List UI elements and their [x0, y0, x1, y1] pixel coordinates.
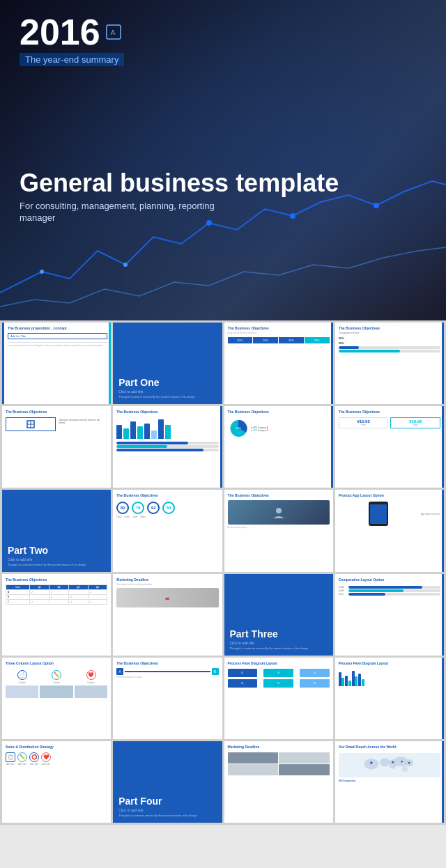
pie-legend: ■ 46% Category A ■ 54% Category B	[252, 426, 269, 432]
bar-chart-1	[116, 418, 218, 439]
world-map-visual	[339, 753, 440, 777]
person-thumb-1	[6, 685, 38, 698]
sales-icon-3: ⭕ Add Title	[29, 752, 39, 766]
slide-three-col[interactable]: Three Column Layout Option 📄 Column ✏️ C…	[2, 658, 111, 739]
part-two-click: Click to add title	[8, 557, 105, 561]
svg-point-23	[408, 762, 410, 764]
slide-world-map[interactable]: Our Retail Reach Across the World 20 Cou…	[335, 741, 444, 823]
hero-subtitle: The year-end summary	[20, 53, 124, 66]
part-two-label: Part Two	[8, 545, 105, 556]
svg-point-22	[401, 761, 403, 763]
svg-point-2	[374, 203, 379, 208]
circle-numbers: 82 76 92 54	[116, 502, 218, 514]
slide-objectives-4[interactable]: The Business Objectives	[113, 406, 222, 488]
slide-objectives-1[interactable]: The Business Objectives Body text conten…	[224, 323, 333, 404]
stat-box-2: 20%	[253, 337, 278, 343]
stat-box-3: 20%	[279, 337, 304, 343]
hero-section: 2016 The year-end summary General busine…	[0, 0, 446, 320]
slide-1-title: The Business proposition , concept	[8, 326, 107, 330]
slide-sales-dist[interactable]: Sales & Distribution Strategy 📋 Add Titl…	[2, 741, 111, 823]
progress-label-2: 60%	[339, 341, 440, 345]
comparative-bars: Cat A Cat B Cat C	[339, 585, 440, 596]
slide-objectives-icons[interactable]: The Business Objectives A B Process desc…	[113, 658, 222, 739]
slide-14-body: Description text for marketing deadline	[116, 583, 218, 586]
slide-12-title: Product App Layout Option	[339, 493, 440, 497]
progress-label-1: 20%	[339, 336, 440, 340]
slide-product-app[interactable]: Product App Layout Option App features l…	[335, 490, 444, 571]
svg-point-21	[392, 761, 394, 764]
part-three-desc: Thought to customer service fly the sacr…	[230, 646, 328, 650]
slide-person[interactable]: The Business Objectives Business descrip…	[224, 490, 333, 571]
grid-text-1: Objectives description and key points fo…	[57, 417, 107, 431]
slide-table-2[interactable]: The Business Objectives ItemQ1Q2Q3Q4 A✓✓…	[2, 574, 111, 656]
progress-bar-2	[339, 350, 440, 352]
slide-part-four[interactable]: Part Four Click to add title Thought to …	[113, 741, 222, 823]
slide-flow-1[interactable]: Process Flow Diagram Layout 01 → 02 → 03…	[224, 658, 333, 739]
slide-objectives-2[interactable]: The Business Objectives Comparative over…	[335, 323, 444, 404]
flow-row-1: 01 → 02 → 03	[228, 669, 330, 677]
hero-description: For consulting, management, planning, re…	[20, 201, 339, 211]
slide-11-title: The Business Objectives	[228, 493, 330, 497]
part-three-label: Part Three	[230, 628, 328, 640]
pen-icon	[106, 24, 121, 40]
svg-point-20	[370, 761, 373, 764]
hero-main-title: General business template	[20, 169, 339, 198]
slide-pie[interactable]: The Business Objectives 54% ■ 46% Catego…	[224, 406, 333, 488]
slide-part-three[interactable]: Part Three Click to add title Thought to…	[224, 574, 333, 656]
slide-13-title: The Business Objectives	[6, 578, 107, 582]
add-title-btn: Add the Title	[8, 333, 107, 339]
slide-4-title: The Business Objectives	[339, 326, 440, 330]
person-thumb-2	[40, 685, 72, 698]
col-2: ✏️ Column	[40, 669, 72, 684]
slide-18-title: The Business Objectives	[116, 661, 218, 665]
slide-10-title: The Business Objectives	[116, 493, 218, 497]
progress-bar-1	[339, 346, 440, 349]
slide-16-title: Comparative Layout Option	[339, 578, 440, 582]
slide-8-title: The Business Objectives	[339, 410, 440, 414]
circle-labels: LabelLabelLabelLabel	[116, 516, 218, 518]
slide-3-title: The Business Objectives	[228, 326, 330, 330]
slide-price[interactable]: The Business Objectives ¥15.95 Price ¥30…	[335, 406, 444, 488]
slide-part-two[interactable]: Part Two Click to add title Thought to c…	[2, 490, 111, 571]
slide-flow-2[interactable]: Process Flow Diagram Layout	[335, 658, 444, 739]
svg-point-13	[276, 508, 282, 513]
grid-cell-1	[6, 417, 56, 431]
svg-point-15	[380, 758, 390, 766]
svg-text:54%: 54%	[236, 426, 241, 430]
world-stat: 20 Countries	[339, 779, 440, 782]
part-one-desc: Thought to present service/fly the sacre…	[118, 395, 216, 398]
col-1: 📄 Column	[6, 669, 38, 684]
hero-title-block: General business template For consulting…	[20, 169, 339, 223]
photo-grid	[228, 752, 330, 775]
tablet-image	[369, 502, 388, 526]
slide-14-title: Marketing Deadline	[116, 578, 218, 582]
flow-row-2: 04 → 05 → 06	[228, 679, 330, 688]
slide-4-body: Comparative overview	[339, 332, 440, 334]
part-four-desc: Thought to customer service fly the sacr…	[118, 814, 216, 817]
part-one-click: Click to add title	[118, 389, 216, 394]
part-three-click: Click to add title	[230, 641, 328, 645]
slides-grid: The Business proposition , concept Add t…	[0, 320, 446, 825]
vert-bar-chart	[339, 669, 440, 686]
slide-3-body: Body text content for objectives	[228, 332, 330, 334]
slide-objectives-3[interactable]: The Business Objectives Objectives descr…	[2, 406, 111, 488]
person-image	[228, 500, 330, 525]
slide-20-title: Process Flow Diagram Layout	[339, 661, 440, 665]
slide-marketing[interactable]: Marketing Deadline Description text for …	[113, 574, 222, 656]
stat-box-4: 20%	[305, 337, 330, 343]
car-image: 🚗	[116, 588, 218, 607]
slide-17-title: Three Column Layout Option	[6, 661, 107, 665]
hero-content: 2016 The year-end summary	[20, 14, 124, 66]
price-cards: ¥15.95 Price ¥30.89 Price	[339, 417, 440, 428]
slide-comparative[interactable]: Comparative Layout Option Cat A Cat B Ca…	[335, 574, 444, 656]
slide-11-caption: Business description	[228, 526, 330, 529]
part-two-desc: Thought to customer service fly the sacr…	[8, 563, 105, 566]
slide-circle-nums[interactable]: The Business Objectives 82 76 92 54 Labe…	[113, 490, 222, 571]
slide-marketing-2[interactable]: Marketing Deadline	[224, 741, 333, 823]
slide-7-title: The Business Objectives	[228, 410, 330, 414]
tablet-desc: App features list here	[421, 513, 440, 516]
slide-part-one[interactable]: Part One Click to add title Thought to p…	[113, 323, 222, 404]
slide-concept[interactable]: The Business proposition , concept Add t…	[2, 323, 111, 404]
h-bars	[116, 441, 218, 452]
slide-6-title: The Business Objectives	[116, 410, 218, 414]
